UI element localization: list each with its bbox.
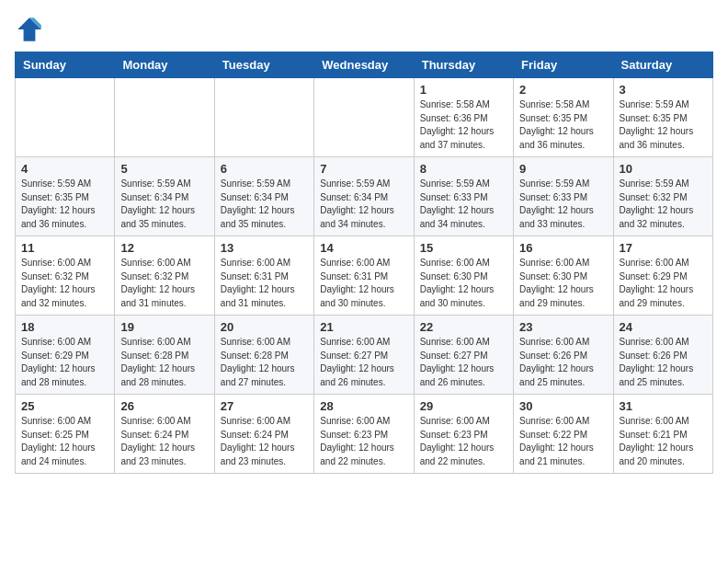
day-info: Sunrise: 6:00 AM Sunset: 6:31 PM Dayligh… xyxy=(221,257,308,310)
day-info: Sunrise: 5:59 AM Sunset: 6:35 PM Dayligh… xyxy=(620,98,707,152)
calendar-cell: 14Sunrise: 6:00 AM Sunset: 6:31 PM Dayli… xyxy=(314,236,414,316)
day-number: 22 xyxy=(420,320,507,334)
calendar-cell: 23Sunrise: 6:00 AM Sunset: 6:26 PM Dayli… xyxy=(514,316,613,395)
calendar-cell: 21Sunrise: 6:00 AM Sunset: 6:27 PM Dayli… xyxy=(314,316,414,395)
day-number: 4 xyxy=(21,162,108,176)
calendar-cell: 18Sunrise: 6:00 AM Sunset: 6:29 PM Dayli… xyxy=(16,316,115,395)
calendar-cell: 1Sunrise: 5:58 AM Sunset: 6:36 PM Daylig… xyxy=(414,78,513,157)
day-info: Sunrise: 5:59 AM Sunset: 6:34 PM Dayligh… xyxy=(320,178,407,231)
day-number: 28 xyxy=(320,399,407,413)
day-number: 12 xyxy=(120,241,208,255)
calendar-cell: 15Sunrise: 6:00 AM Sunset: 6:30 PM Dayli… xyxy=(414,236,513,316)
day-number: 31 xyxy=(620,399,707,413)
day-header-friday: Friday xyxy=(514,52,613,78)
day-number: 5 xyxy=(120,162,208,176)
calendar-cell: 11Sunrise: 6:00 AM Sunset: 6:32 PM Dayli… xyxy=(16,236,115,316)
day-info: Sunrise: 6:00 AM Sunset: 6:23 PM Dayligh… xyxy=(320,415,407,468)
calendar-header-row: SundayMondayTuesdayWednesdayThursdayFrid… xyxy=(16,52,713,78)
day-info: Sunrise: 6:00 AM Sunset: 6:22 PM Dayligh… xyxy=(519,415,607,468)
calendar-cell: 19Sunrise: 6:00 AM Sunset: 6:28 PM Dayli… xyxy=(115,316,214,395)
day-number: 6 xyxy=(221,162,308,176)
calendar-cell: 25Sunrise: 6:00 AM Sunset: 6:25 PM Dayli… xyxy=(16,395,115,474)
day-number: 29 xyxy=(420,399,507,413)
calendar-cell: 12Sunrise: 6:00 AM Sunset: 6:32 PM Dayli… xyxy=(115,236,214,316)
svg-marker-0 xyxy=(17,17,41,41)
day-info: Sunrise: 5:59 AM Sunset: 6:33 PM Dayligh… xyxy=(420,178,507,231)
day-info: Sunrise: 6:00 AM Sunset: 6:29 PM Dayligh… xyxy=(620,257,707,310)
day-number: 30 xyxy=(519,399,607,413)
day-info: Sunrise: 5:59 AM Sunset: 6:35 PM Dayligh… xyxy=(21,178,108,231)
day-number: 15 xyxy=(420,241,507,255)
day-info: Sunrise: 6:00 AM Sunset: 6:32 PM Dayligh… xyxy=(120,257,208,310)
calendar-cell: 7Sunrise: 5:59 AM Sunset: 6:34 PM Daylig… xyxy=(314,157,414,236)
day-number: 21 xyxy=(320,320,407,334)
logo xyxy=(15,15,48,44)
calendar-cell: 6Sunrise: 5:59 AM Sunset: 6:34 PM Daylig… xyxy=(214,157,313,236)
calendar-cell: 26Sunrise: 6:00 AM Sunset: 6:24 PM Dayli… xyxy=(115,395,214,474)
day-info: Sunrise: 6:00 AM Sunset: 6:30 PM Dayligh… xyxy=(420,257,507,310)
day-header-monday: Monday xyxy=(115,52,214,78)
calendar-cell: 10Sunrise: 5:59 AM Sunset: 6:32 PM Dayli… xyxy=(613,157,712,236)
calendar-table: SundayMondayTuesdayWednesdayThursdayFrid… xyxy=(15,52,713,474)
calendar-cell: 5Sunrise: 5:59 AM Sunset: 6:34 PM Daylig… xyxy=(115,157,214,236)
day-header-wednesday: Wednesday xyxy=(314,52,414,78)
day-info: Sunrise: 6:00 AM Sunset: 6:27 PM Dayligh… xyxy=(320,336,407,389)
calendar-cell: 3Sunrise: 5:59 AM Sunset: 6:35 PM Daylig… xyxy=(613,78,712,157)
day-info: Sunrise: 6:00 AM Sunset: 6:28 PM Dayligh… xyxy=(221,336,308,389)
calendar-week-row: 18Sunrise: 6:00 AM Sunset: 6:29 PM Dayli… xyxy=(16,316,713,395)
calendar-cell: 9Sunrise: 5:59 AM Sunset: 6:33 PM Daylig… xyxy=(514,157,613,236)
day-header-thursday: Thursday xyxy=(414,52,513,78)
calendar-cell: 31Sunrise: 6:00 AM Sunset: 6:21 PM Dayli… xyxy=(613,395,712,474)
day-number: 10 xyxy=(620,162,707,176)
day-number: 18 xyxy=(21,320,108,334)
calendar-cell xyxy=(214,78,313,157)
day-number: 24 xyxy=(620,320,707,334)
calendar-cell xyxy=(314,78,414,157)
day-number: 19 xyxy=(120,320,208,334)
day-number: 3 xyxy=(620,83,707,97)
day-info: Sunrise: 6:00 AM Sunset: 6:32 PM Dayligh… xyxy=(21,257,108,310)
calendar-cell: 20Sunrise: 6:00 AM Sunset: 6:28 PM Dayli… xyxy=(214,316,313,395)
day-info: Sunrise: 6:00 AM Sunset: 6:24 PM Dayligh… xyxy=(221,415,308,468)
day-number: 14 xyxy=(320,241,407,255)
calendar-cell: 27Sunrise: 6:00 AM Sunset: 6:24 PM Dayli… xyxy=(214,395,313,474)
day-number: 2 xyxy=(519,83,607,97)
day-number: 17 xyxy=(620,241,707,255)
calendar-week-row: 11Sunrise: 6:00 AM Sunset: 6:32 PM Dayli… xyxy=(16,236,713,316)
day-header-saturday: Saturday xyxy=(613,52,712,78)
day-number: 8 xyxy=(420,162,507,176)
day-number: 1 xyxy=(420,83,507,97)
calendar-cell: 29Sunrise: 6:00 AM Sunset: 6:23 PM Dayli… xyxy=(414,395,513,474)
day-number: 27 xyxy=(221,399,308,413)
calendar-cell: 22Sunrise: 6:00 AM Sunset: 6:27 PM Dayli… xyxy=(414,316,513,395)
calendar-cell: 28Sunrise: 6:00 AM Sunset: 6:23 PM Dayli… xyxy=(314,395,414,474)
day-info: Sunrise: 6:00 AM Sunset: 6:28 PM Dayligh… xyxy=(120,336,208,389)
calendar-week-row: 4Sunrise: 5:59 AM Sunset: 6:35 PM Daylig… xyxy=(16,157,713,236)
day-info: Sunrise: 5:58 AM Sunset: 6:36 PM Dayligh… xyxy=(420,98,507,152)
calendar-cell: 30Sunrise: 6:00 AM Sunset: 6:22 PM Dayli… xyxy=(514,395,613,474)
day-number: 25 xyxy=(21,399,108,413)
day-info: Sunrise: 5:59 AM Sunset: 6:34 PM Dayligh… xyxy=(221,178,308,231)
day-info: Sunrise: 6:00 AM Sunset: 6:25 PM Dayligh… xyxy=(21,415,108,468)
calendar-cell xyxy=(115,78,214,157)
day-info: Sunrise: 6:00 AM Sunset: 6:21 PM Dayligh… xyxy=(620,415,707,468)
day-number: 20 xyxy=(221,320,308,334)
day-header-tuesday: Tuesday xyxy=(214,52,313,78)
calendar-cell xyxy=(16,78,115,157)
day-info: Sunrise: 5:59 AM Sunset: 6:32 PM Dayligh… xyxy=(620,178,707,231)
calendar-week-row: 25Sunrise: 6:00 AM Sunset: 6:25 PM Dayli… xyxy=(16,395,713,474)
calendar-cell: 24Sunrise: 6:00 AM Sunset: 6:26 PM Dayli… xyxy=(613,316,712,395)
day-number: 9 xyxy=(519,162,607,176)
day-info: Sunrise: 6:00 AM Sunset: 6:29 PM Dayligh… xyxy=(21,336,108,389)
day-number: 7 xyxy=(320,162,407,176)
day-number: 13 xyxy=(221,241,308,255)
day-info: Sunrise: 6:00 AM Sunset: 6:26 PM Dayligh… xyxy=(620,336,707,389)
calendar-week-row: 1Sunrise: 5:58 AM Sunset: 6:36 PM Daylig… xyxy=(16,78,713,157)
day-info: Sunrise: 5:58 AM Sunset: 6:35 PM Dayligh… xyxy=(519,98,607,152)
calendar-cell: 4Sunrise: 5:59 AM Sunset: 6:35 PM Daylig… xyxy=(16,157,115,236)
day-info: Sunrise: 6:00 AM Sunset: 6:26 PM Dayligh… xyxy=(519,336,607,389)
day-info: Sunrise: 6:00 AM Sunset: 6:24 PM Dayligh… xyxy=(120,415,208,468)
day-info: Sunrise: 6:00 AM Sunset: 6:31 PM Dayligh… xyxy=(320,257,407,310)
page-header xyxy=(15,15,713,44)
day-info: Sunrise: 6:00 AM Sunset: 6:23 PM Dayligh… xyxy=(420,415,507,468)
